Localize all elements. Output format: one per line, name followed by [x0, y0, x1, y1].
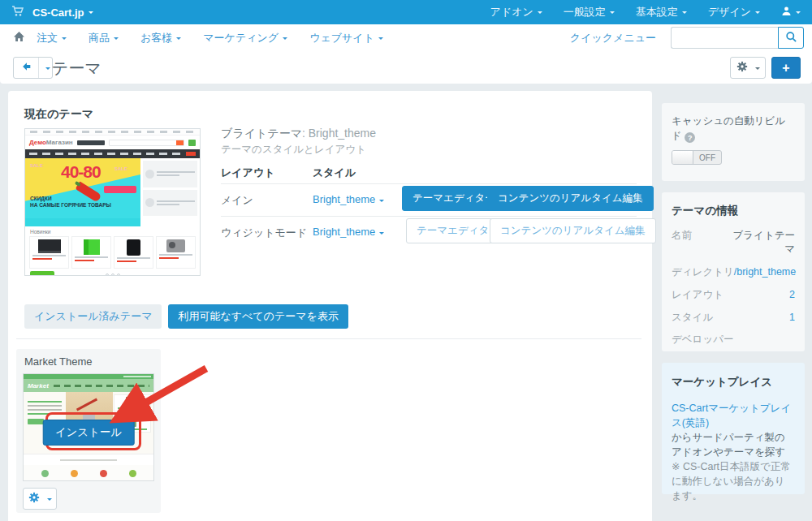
market-theme-gear-dropdown[interactable] — [23, 488, 57, 510]
back-arrow-icon — [20, 61, 32, 75]
nav-products[interactable]: 商品 — [89, 31, 119, 45]
chevron-down-icon — [47, 498, 52, 503]
menu-addons[interactable]: アドオン — [490, 5, 542, 19]
topbar-menus: アドオン 一般設定 基本設定 デザイン — [490, 5, 801, 19]
chevron-down-icon — [755, 67, 760, 72]
back-button[interactable] — [14, 58, 38, 78]
gear-icon — [28, 492, 40, 506]
add-theme-button[interactable]: + — [771, 57, 801, 79]
marketplace-card: マーケットプレイス CS-Cartマーケットプレイス(英語) からサードパーティ… — [662, 363, 805, 494]
nav-orders[interactable]: 注文 — [37, 31, 67, 45]
cache-rebuild-card: キャッシュの自動リビルド ? OFF — [662, 103, 805, 181]
cache-rebuild-toggle[interactable]: OFF — [672, 150, 722, 165]
col-layout-header: レイアウト — [221, 166, 275, 180]
theme-info-card: テーマの情報 名前 ブライトテーマ ディレクトリ /bright_theme レ… — [662, 192, 805, 351]
main-nav: 注文 商品 お客様 マーケティング ウェブサイト クイックメニュー — [0, 24, 812, 51]
current-theme-screenshot: ДемоМагазин SALE SALE SALE 40-80 СКИДКИ … — [24, 128, 201, 276]
info-row-name: 名前 ブライトテーマ — [672, 229, 795, 256]
chevron-down-icon — [89, 11, 93, 16]
back-dropdown-button[interactable] — [38, 58, 52, 78]
thumb-logo: ДемоМагазин — [29, 139, 73, 146]
marketplace-link[interactable]: CS-Cartマーケットプレイス(英語) — [672, 401, 795, 430]
chevron-down-icon — [283, 37, 287, 42]
tab-installed-themes[interactable]: インストール済みテーマ — [24, 304, 162, 329]
user-icon — [781, 6, 792, 19]
theme-name-line: ブライトテーマ: Bright_theme — [221, 127, 376, 141]
thumb-product-phone — [71, 236, 111, 269]
theme-subtitle: テーマのスタイルとレイアウト — [221, 143, 366, 157]
chevron-down-icon — [682, 11, 687, 16]
market-logo: Market — [28, 382, 49, 390]
nav-customers[interactable]: お客様 — [140, 31, 181, 45]
search-group — [671, 27, 804, 49]
cart-icon[interactable] — [11, 5, 24, 19]
layout-row-widget: ウィジットモード — [221, 226, 307, 240]
info-row-styles: スタイル 1 — [672, 311, 795, 325]
info-row-directory: ディレクトリ /bright_theme — [672, 265, 795, 279]
thumb-banner-text: 40-80 — [61, 162, 101, 182]
nav-right: クイックメニュー — [570, 27, 804, 49]
chevron-down-icon — [379, 200, 384, 205]
theme-info-heading: テーマの情報 — [672, 204, 795, 218]
market-theme-title: Market Theme — [24, 355, 155, 368]
nav-marketing[interactable]: マーケティング — [203, 31, 287, 45]
style-dropdown-widget[interactable]: Bright_theme — [313, 226, 384, 238]
live-edit-button-widget[interactable]: コンテンツのリアルタイム編集 — [490, 218, 656, 243]
chevron-down-icon — [176, 37, 181, 42]
chevron-down-icon — [755, 11, 760, 16]
thumb-product-camera — [156, 236, 196, 269]
main-panel: 現在のテーマ ДемоМагазин SALE SALE SALE 40-80 … — [8, 91, 652, 521]
user-menu[interactable] — [781, 6, 801, 19]
marketplace-body: からサードパーティ製のアドオンやテーマを探す — [672, 430, 795, 459]
menu-basic-settings[interactable]: 基本設定 — [636, 5, 687, 19]
cache-rebuild-label: キャッシュの自動リビルド ? — [672, 115, 785, 141]
payment-icon — [71, 470, 78, 477]
support-icon — [100, 470, 107, 477]
install-theme-button[interactable]: インストール — [43, 420, 135, 446]
thumb-product-tablet — [114, 236, 153, 269]
back-split-button — [13, 57, 53, 79]
chevron-down-icon — [538, 11, 542, 16]
nav-website[interactable]: ウェブサイト — [309, 31, 383, 45]
page-title: テーマ — [52, 58, 102, 80]
info-row-developer: デベロッパー — [672, 333, 795, 347]
thumb-section-new: Новинки — [30, 229, 200, 235]
chevron-down-icon — [62, 37, 67, 42]
marketplace-heading: マーケットプレイス — [672, 374, 795, 390]
thumb-banner: SALE SALE SALE 40-80 СКИДКИ НА САМЫЕ ГОР… — [25, 158, 200, 218]
menu-design[interactable]: デザイン — [708, 5, 760, 19]
home-icon[interactable] — [13, 31, 25, 45]
chevron-down-icon — [45, 67, 50, 72]
live-edit-button-main[interactable]: コンテンツのリアルタイム編集 — [487, 186, 654, 211]
layout-row-main: メイン — [221, 193, 253, 208]
current-theme-heading: 現在のテーマ — [24, 107, 93, 122]
menu-general-settings[interactable]: 一般設定 — [564, 5, 615, 19]
brand-label: CS-Cart.jp — [32, 6, 84, 19]
col-style-header: スタイル — [313, 166, 356, 180]
thumb-nav — [25, 149, 200, 158]
search-button[interactable] — [778, 27, 804, 49]
toggle-state-label: OFF — [693, 151, 721, 164]
search-input[interactable] — [671, 27, 778, 49]
page-header: テーマ + — [0, 51, 812, 84]
thumb-product-tv — [29, 236, 69, 269]
gear-icon — [736, 61, 748, 75]
help-question-icon[interactable]: ? — [685, 132, 695, 143]
chevron-down-icon — [114, 37, 119, 42]
style-dropdown-main[interactable]: Bright_theme — [313, 193, 384, 205]
page-gear-dropdown[interactable] — [730, 57, 766, 79]
quick-menu-link[interactable]: クイックメニュー — [570, 31, 656, 45]
search-icon — [785, 31, 797, 45]
chevron-down-icon — [796, 11, 801, 16]
nav-items: 注文 商品 お客様 マーケティング ウェブサイト — [37, 31, 383, 45]
marketplace-note: ※ CS-Cart日本語版で正常に動作しない場合があります。 — [672, 459, 795, 503]
theme-tabs: インストール済みテーマ 利用可能なすべてのテーマを表示 — [24, 304, 348, 329]
shipping-icon — [41, 470, 49, 477]
title-actions: + — [730, 57, 801, 79]
tab-show-all-themes[interactable]: 利用可能なすべてのテーマを表示 — [168, 304, 348, 329]
toggle-knob — [672, 151, 693, 164]
reviews-icon — [129, 470, 136, 477]
store-switcher[interactable]: CS-Cart.jp — [32, 6, 93, 19]
market-theme-card: Market Theme Market イン — [16, 349, 161, 513]
thumb-topbar — [25, 129, 200, 136]
